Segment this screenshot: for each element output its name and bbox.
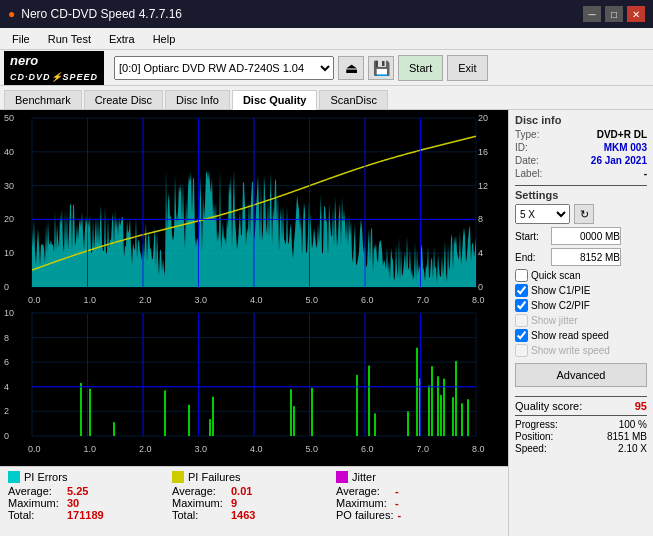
top-chart bbox=[2, 112, 506, 305]
main-content: PI Errors Average: 5.25 Maximum: 30 Tota… bbox=[0, 110, 653, 536]
disc-date-label: Date: bbox=[515, 155, 539, 166]
pi-errors-avg-value: 5.25 bbox=[67, 485, 88, 497]
progress-value: 100 % bbox=[619, 419, 647, 430]
tab-bar: Benchmark Create Disc Disc Info Disc Qua… bbox=[0, 86, 653, 110]
speed-label: Speed: bbox=[515, 443, 547, 454]
pi-failures-avg-label: Average: bbox=[172, 485, 227, 497]
disc-date-row: Date: 26 Jan 2021 bbox=[515, 155, 647, 166]
menu-help[interactable]: Help bbox=[145, 31, 184, 47]
end-mb-row: End: bbox=[515, 248, 647, 266]
quick-scan-checkbox[interactable] bbox=[515, 269, 528, 282]
disc-type-row: Type: DVD+R DL bbox=[515, 129, 647, 140]
minimize-button[interactable]: ─ bbox=[583, 6, 601, 22]
speed-row: 5 X4 X8 XMax ↻ bbox=[515, 204, 647, 224]
menu-file[interactable]: File bbox=[4, 31, 38, 47]
show-write-speed-row: Show write speed bbox=[515, 344, 647, 357]
end-label: End: bbox=[515, 252, 547, 263]
tab-create-disc[interactable]: Create Disc bbox=[84, 90, 163, 109]
disc-info-title: Disc info bbox=[515, 114, 647, 126]
pi-failures-max-value: 9 bbox=[231, 497, 237, 509]
toolbar: neroCD·DVD⚡SPEED [0:0] Optiarc DVD RW AD… bbox=[0, 50, 653, 86]
position-label: Position: bbox=[515, 431, 553, 442]
progress-row: Progress: 100 % bbox=[515, 419, 647, 430]
quick-scan-label: Quick scan bbox=[531, 270, 580, 281]
tab-disc-info[interactable]: Disc Info bbox=[165, 90, 230, 109]
disc-type-value: DVD+R DL bbox=[597, 129, 647, 140]
jitter-po-value: - bbox=[397, 509, 401, 521]
pi-failures-average-row: Average: 0.01 bbox=[172, 485, 336, 497]
titlebar-left: ● Nero CD-DVD Speed 4.7.7.16 bbox=[8, 7, 182, 21]
end-mb-input[interactable] bbox=[551, 248, 621, 266]
start-mb-row: Start: bbox=[515, 227, 647, 245]
show-jitter-checkbox[interactable] bbox=[515, 314, 528, 327]
save-button[interactable]: 💾 bbox=[368, 56, 394, 80]
divider-3 bbox=[515, 415, 647, 416]
settings-refresh-button[interactable]: ↻ bbox=[574, 204, 594, 224]
disc-date-value: 26 Jan 2021 bbox=[591, 155, 647, 166]
pi-failures-title: PI Failures bbox=[172, 471, 336, 483]
menu-extra[interactable]: Extra bbox=[101, 31, 143, 47]
tab-benchmark[interactable]: Benchmark bbox=[4, 90, 82, 109]
charts-area bbox=[0, 110, 508, 466]
pi-errors-group: PI Errors Average: 5.25 Maximum: 30 Tota… bbox=[8, 471, 172, 532]
show-c1-pie-checkbox[interactable] bbox=[515, 284, 528, 297]
close-button[interactable]: ✕ bbox=[627, 6, 645, 22]
menu-bar: File Run Test Extra Help bbox=[0, 28, 653, 50]
jitter-color bbox=[336, 471, 348, 483]
position-row: Position: 8151 MB bbox=[515, 431, 647, 442]
show-c2-pif-checkbox[interactable] bbox=[515, 299, 528, 312]
bottom-chart bbox=[2, 307, 506, 454]
pi-errors-total-value: 171189 bbox=[67, 509, 104, 521]
tab-disc-quality[interactable]: Disc Quality bbox=[232, 90, 318, 110]
show-read-speed-label: Show read speed bbox=[531, 330, 609, 341]
pi-failures-max-row: Maximum: 9 bbox=[172, 497, 336, 509]
pi-errors-average-row: Average: 5.25 bbox=[8, 485, 172, 497]
settings-section: Settings 5 X4 X8 XMax ↻ Start: End: Quic… bbox=[515, 189, 647, 357]
disc-label-row: Label: - bbox=[515, 168, 647, 179]
menu-run-test[interactable]: Run Test bbox=[40, 31, 99, 47]
title-bar: ● Nero CD-DVD Speed 4.7.7.16 ─ □ ✕ bbox=[0, 0, 653, 28]
pi-failures-group: PI Failures Average: 0.01 Maximum: 9 Tot… bbox=[172, 471, 336, 532]
pi-failures-color bbox=[172, 471, 184, 483]
maximize-button[interactable]: □ bbox=[605, 6, 623, 22]
jitter-avg-label: Average: bbox=[336, 485, 391, 497]
exit-button[interactable]: Exit bbox=[447, 55, 487, 81]
start-button[interactable]: Start bbox=[398, 55, 443, 81]
quick-scan-row: Quick scan bbox=[515, 269, 647, 282]
pi-errors-label: PI Errors bbox=[24, 471, 67, 483]
jitter-po-label: PO failures: bbox=[336, 509, 393, 521]
pi-failures-avg-value: 0.01 bbox=[231, 485, 252, 497]
app-title: Nero CD-DVD Speed 4.7.7.16 bbox=[21, 7, 182, 21]
speed-row-display: Speed: 2.10 X bbox=[515, 443, 647, 454]
quality-score-label: Quality score: bbox=[515, 400, 582, 412]
tab-scan-disc[interactable]: ScanDisc bbox=[319, 90, 387, 109]
start-mb-input[interactable] bbox=[551, 227, 621, 245]
jitter-title: Jitter bbox=[336, 471, 500, 483]
show-c1-row: Show C1/PIE bbox=[515, 284, 647, 297]
speed-selector[interactable]: 5 X4 X8 XMax bbox=[515, 204, 570, 224]
pi-failures-total-label: Total: bbox=[172, 509, 227, 521]
drive-selector[interactable]: [0:0] Optiarc DVD RW AD-7240S 1.04 bbox=[114, 56, 334, 80]
disc-id-row: ID: MKM 003 bbox=[515, 142, 647, 153]
jitter-avg-value: - bbox=[395, 485, 399, 497]
pi-errors-max-value: 30 bbox=[67, 497, 79, 509]
jitter-average-row: Average: - bbox=[336, 485, 500, 497]
jitter-label: Jitter bbox=[352, 471, 376, 483]
quality-score-row: Quality score: 95 bbox=[515, 400, 647, 412]
eject-button[interactable]: ⏏ bbox=[338, 56, 364, 80]
pi-errors-total-label: Total: bbox=[8, 509, 63, 521]
jitter-max-label: Maximum: bbox=[336, 497, 391, 509]
show-read-speed-checkbox[interactable] bbox=[515, 329, 528, 342]
divider-2 bbox=[515, 396, 647, 397]
speed-value: 2.10 X bbox=[618, 443, 647, 454]
show-write-speed-checkbox[interactable] bbox=[515, 344, 528, 357]
disc-id-label: ID: bbox=[515, 142, 528, 153]
show-c2-row: Show C2/PIF bbox=[515, 299, 647, 312]
pi-errors-max-row: Maximum: 30 bbox=[8, 497, 172, 509]
advanced-button[interactable]: Advanced bbox=[515, 363, 647, 387]
show-jitter-label: Show jitter bbox=[531, 315, 578, 326]
pi-errors-max-label: Maximum: bbox=[8, 497, 63, 509]
jitter-po-row: PO failures: - bbox=[336, 509, 500, 521]
jitter-max-row: Maximum: - bbox=[336, 497, 500, 509]
disc-id-value: MKM 003 bbox=[604, 142, 647, 153]
